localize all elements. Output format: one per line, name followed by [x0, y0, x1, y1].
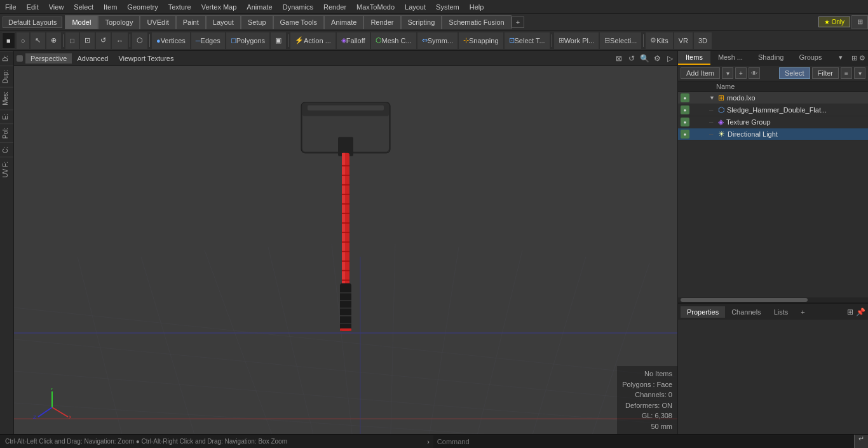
item-visibility-mesh[interactable]: ●: [681, 105, 689, 114]
items-sort-icon[interactable]: ▾: [854, 67, 865, 79]
tab-layout[interactable]: Layout: [206, 15, 241, 29]
tab-animate[interactable]: Animate: [324, 15, 363, 29]
items-eye-icon[interactable]: 👁: [749, 67, 760, 79]
menu-render[interactable]: Render: [318, 2, 351, 12]
filter-button[interactable]: Filter: [812, 67, 839, 79]
vp-settings-icon[interactable]: ⚙: [652, 53, 662, 64]
tool-polygon-icon[interactable]: ▣: [271, 32, 286, 49]
tab-channels[interactable]: Channels: [725, 306, 767, 318]
items-filter-icon[interactable]: ≡: [841, 67, 852, 79]
tool-vr[interactable]: VR: [674, 32, 693, 49]
list-item-mesh[interactable]: ● ─ ⬡ Sledge_Hammer_Double_Flat...: [678, 104, 868, 116]
menu-help[interactable]: Help: [465, 2, 489, 12]
menu-view[interactable]: View: [44, 2, 69, 12]
panel-pin-btn[interactable]: 📌: [856, 308, 865, 316]
tool-work-pl[interactable]: ⊞ Work Pl...: [554, 32, 599, 49]
panel-tab-more[interactable]: ▾: [835, 51, 846, 65]
menu-edit[interactable]: Edit: [22, 2, 44, 12]
panel-tab-shading[interactable]: Shading: [750, 51, 791, 65]
items-scroll-area[interactable]: [678, 297, 868, 302]
items-list-icon[interactable]: +: [735, 67, 747, 79]
add-item-button[interactable]: Add Item: [681, 67, 720, 79]
vp-refresh-icon[interactable]: ↺: [627, 53, 637, 64]
sidebar-uvf[interactable]: UV F:: [0, 157, 13, 182]
item-visibility-dirlight[interactable]: ●: [681, 130, 689, 139]
item-expand-mesh[interactable]: ─: [709, 107, 715, 113]
tool-arrow[interactable]: ↖: [31, 32, 45, 49]
tab-lists[interactable]: Lists: [768, 306, 795, 318]
panel-tab-mesh[interactable]: Mesh ...: [710, 51, 750, 65]
menu-maxtomodo[interactable]: MaxToModo: [351, 2, 400, 12]
list-item-dirlight[interactable]: ● ─ ☀ Directional Light: [678, 128, 868, 140]
vp-search-icon[interactable]: 🔍: [639, 53, 649, 64]
vp-tab-textures[interactable]: Viewport Textures: [113, 53, 179, 64]
tool-box[interactable]: □: [65, 32, 79, 49]
tab-schematic-fusion[interactable]: Schematic Fusion: [442, 15, 511, 29]
vp-expand-icon[interactable]: ▷: [665, 53, 675, 64]
tool-mesh-c[interactable]: ⬡ Mesh C...: [371, 32, 416, 49]
menu-texture[interactable]: Texture: [163, 2, 196, 12]
mode-polygons[interactable]: ◻ Polygons: [226, 32, 269, 49]
tool-snapping[interactable]: ⊹ Snapping: [459, 32, 503, 49]
menu-layout[interactable]: Layout: [400, 2, 431, 12]
item-expand-root[interactable]: ▼: [709, 95, 715, 101]
menu-select[interactable]: Select: [69, 2, 98, 12]
tab-scripting[interactable]: Scripting: [401, 15, 442, 29]
list-item-texture[interactable]: ● ─ ◈ Texture Group: [678, 116, 868, 128]
layout-dropdown[interactable]: Default Layouts: [3, 17, 62, 28]
tab-model[interactable]: Model: [65, 15, 98, 29]
sidebar-c[interactable]: C:: [0, 142, 13, 157]
sidebar-pol[interactable]: Pol:: [0, 123, 13, 142]
tool-rotate[interactable]: ↺: [96, 32, 111, 49]
tab-topology[interactable]: Topology: [98, 15, 140, 29]
mode-vertices[interactable]: ● Vertices: [152, 32, 190, 49]
menu-item[interactable]: Item: [98, 2, 122, 12]
tab-add-panel[interactable]: +: [794, 306, 811, 318]
viewport[interactable]: Perspective Advanced Viewport Textures ⊠…: [14, 51, 677, 434]
menu-geometry[interactable]: Geometry: [122, 2, 163, 12]
tool-falloff[interactable]: ◈ Falloff: [337, 32, 370, 49]
panel-tab-items[interactable]: Items: [678, 51, 710, 65]
tool-scale[interactable]: ↔: [112, 32, 128, 49]
menu-system[interactable]: System: [431, 2, 465, 12]
menu-file[interactable]: File: [0, 2, 22, 12]
item-visibility-texture[interactable]: ●: [681, 118, 689, 126]
tool-action[interactable]: ⚡ Action ...: [290, 32, 336, 49]
menu-vertex-map[interactable]: Vertex Map: [196, 2, 242, 12]
tool-transform[interactable]: ⊡: [80, 32, 95, 49]
panel-expand-icon[interactable]: ⊞: [851, 54, 857, 62]
tool-3d[interactable]: 3D: [694, 32, 712, 49]
sidebar-e[interactable]: E:: [0, 109, 13, 123]
tab-add[interactable]: +: [512, 17, 524, 28]
item-visibility-root[interactable]: ●: [681, 93, 689, 102]
tool-selecti[interactable]: ⊟ Selecti...: [600, 32, 641, 49]
tool-select-mode[interactable]: ■: [2, 32, 15, 49]
select-button[interactable]: Select: [779, 67, 810, 79]
maximize-button[interactable]: ⊞: [851, 15, 868, 29]
item-expand-dirlight[interactable]: ─: [709, 131, 715, 137]
items-add-icon[interactable]: ▾: [722, 67, 733, 79]
tab-render[interactable]: Render: [363, 15, 400, 29]
sidebar-mes[interactable]: Mes:: [0, 87, 13, 109]
sidebar-d[interactable]: D:: [0, 51, 13, 65]
tool-kits[interactable]: ⚙ Kits: [646, 32, 672, 49]
tab-uvedit[interactable]: UVEdit: [140, 15, 175, 29]
vp-fit-icon[interactable]: ⊠: [614, 53, 624, 64]
panel-tab-groups[interactable]: Groups: [791, 51, 829, 65]
menu-animate[interactable]: Animate: [241, 2, 277, 12]
sidebar-dup[interactable]: Dup:: [0, 65, 13, 87]
tab-paint[interactable]: Paint: [176, 15, 206, 29]
menu-dynamics[interactable]: Dynamics: [278, 2, 318, 12]
vp-tab-advanced[interactable]: Advanced: [72, 53, 113, 64]
panel-expand-btn[interactable]: ⊞: [847, 308, 853, 316]
tool-shield[interactable]: ⬡: [132, 32, 147, 49]
tab-setup[interactable]: Setup: [241, 15, 273, 29]
item-expand-texture[interactable]: ─: [709, 119, 715, 125]
tool-circle[interactable]: ○: [17, 32, 30, 49]
vp-tab-perspective[interactable]: Perspective: [25, 53, 72, 64]
list-item-root[interactable]: ● ▼ ⊞ modo.lxo: [678, 92, 868, 104]
viewport-canvas[interactable]: X Y Z No Items Polygons : Face Channels:…: [14, 66, 677, 434]
mode-edges[interactable]: ─ Edges: [191, 32, 225, 49]
tool-symm[interactable]: ⇔ Symm...: [417, 32, 458, 49]
command-input[interactable]: [433, 435, 854, 448]
